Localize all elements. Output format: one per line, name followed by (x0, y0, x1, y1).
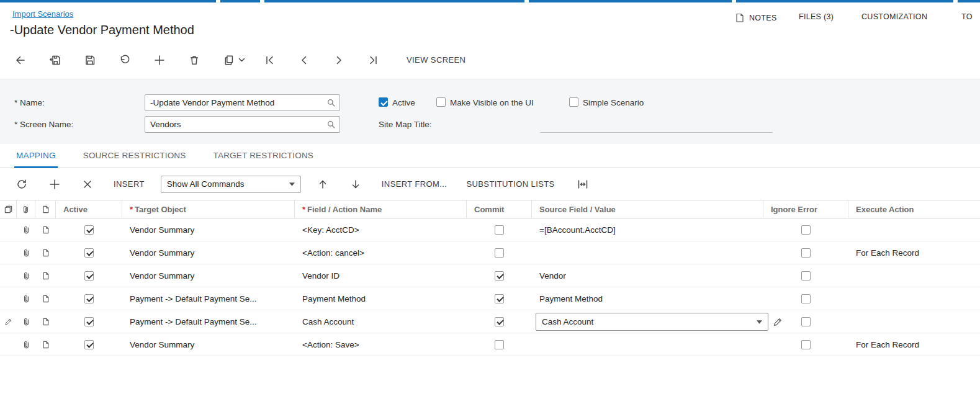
source-field-value-cell[interactable]: =[BAccount.AcctCD] (532, 218, 763, 241)
ignore-error-checkbox[interactable] (801, 340, 811, 349)
column-header-execute-action[interactable]: Execute Action (848, 200, 980, 218)
column-header-ignore-error[interactable]: Ignore Error (763, 200, 848, 218)
fit-to-screen-button[interactable] (576, 177, 590, 191)
notes-cell[interactable] (35, 241, 56, 264)
save-and-close-button[interactable] (48, 53, 62, 67)
ignore-error-checkbox[interactable] (801, 225, 811, 235)
attachments-cell[interactable] (17, 264, 35, 287)
move-row-down-button[interactable] (349, 177, 362, 191)
edit-pencil-icon[interactable] (773, 317, 783, 327)
commit-checkbox[interactable] (495, 248, 504, 258)
attachments-cell[interactable] (17, 287, 35, 310)
next-record-button[interactable] (332, 53, 346, 67)
cash-account-combobox[interactable]: Cash Account (536, 313, 768, 331)
tools-button[interactable]: TO (961, 12, 973, 21)
notes-cell[interactable] (35, 310, 56, 333)
notes-button[interactable]: NOTES (734, 12, 777, 23)
target-object-cell[interactable]: Vendor Summary (122, 264, 295, 287)
cancel-back-button[interactable] (14, 53, 27, 67)
column-header-commit[interactable]: Commit (467, 200, 532, 218)
active-checkbox[interactable] (84, 225, 94, 235)
customization-button[interactable]: CUSTOMIZATION (861, 12, 927, 21)
source-field-value-cell[interactable] (532, 241, 763, 264)
screen-name-input[interactable] (145, 116, 340, 133)
grid-add-row-button[interactable] (48, 177, 61, 191)
execute-action-cell[interactable] (848, 310, 980, 333)
table-row[interactable]: Vendor Summary <Action: Save> For Each R… (0, 333, 980, 356)
simple-scenario-checkbox-label[interactable]: Simple Scenario (583, 98, 644, 107)
notes-column-header[interactable] (35, 200, 56, 218)
execute-action-cell[interactable] (848, 287, 980, 310)
field-action-name-cell[interactable]: <Action: Save> (295, 333, 467, 356)
simple-scenario-checkbox[interactable] (569, 97, 578, 107)
delete-button[interactable] (187, 53, 201, 67)
field-action-name-cell[interactable]: <Key: AcctCD> (295, 218, 467, 241)
execute-action-cell[interactable]: For Each Record (848, 241, 980, 264)
view-screen-button[interactable]: VIEW SCREEN (407, 55, 465, 65)
target-object-cell[interactable]: Vendor Summary (122, 241, 295, 264)
attachments-cell[interactable] (17, 310, 35, 333)
column-header-active[interactable]: Active (56, 200, 122, 218)
execute-action-cell[interactable] (848, 218, 980, 241)
commit-checkbox[interactable] (495, 340, 504, 349)
commit-checkbox[interactable] (495, 317, 504, 326)
table-row[interactable]: Vendor Summary Vendor ID Vendor (0, 264, 980, 287)
column-header-target-object[interactable]: *Target Object (122, 200, 295, 218)
field-action-name-cell[interactable]: <Action: cancel> (295, 241, 467, 264)
breadcrumb[interactable]: Import Scenarios (12, 9, 73, 19)
active-checkbox[interactable] (84, 317, 94, 326)
insert-from-button[interactable]: INSERT FROM... (382, 179, 447, 189)
copy-paste-menu-button[interactable] (238, 58, 245, 62)
make-visible-checkbox[interactable] (436, 97, 446, 107)
ignore-error-checkbox[interactable] (801, 271, 811, 281)
ignore-error-checkbox[interactable] (801, 294, 811, 303)
source-field-value-cell[interactable]: Payment Method (532, 287, 763, 310)
column-header-source-field-value[interactable]: Source Field / Value (532, 200, 763, 218)
attachments-cell[interactable] (17, 218, 35, 241)
notes-cell[interactable] (35, 287, 56, 310)
active-checkbox-label[interactable]: Active (392, 98, 415, 107)
row-selector-column-header[interactable] (0, 200, 17, 218)
commands-dropdown[interactable]: Show All Commands (161, 176, 301, 193)
table-row-selected[interactable]: Payment -> Default Payment Se... Cash Ac… (0, 310, 980, 333)
move-row-up-button[interactable] (316, 177, 330, 191)
target-object-cell[interactable]: Vendor Summary (122, 218, 295, 241)
attachments-cell[interactable] (17, 241, 35, 264)
active-checkbox[interactable] (379, 97, 388, 107)
attachments-column-header[interactable] (17, 200, 35, 218)
execute-action-cell[interactable] (848, 264, 980, 287)
substitution-lists-button[interactable]: SUBSTITUTION LISTS (466, 179, 554, 189)
active-checkbox[interactable] (84, 340, 94, 349)
copy-paste-button[interactable] (222, 53, 236, 67)
grid-delete-row-button[interactable] (81, 177, 94, 191)
add-row-button[interactable] (153, 53, 166, 67)
source-field-value-cell[interactable]: Vendor (532, 264, 763, 287)
source-field-editor[interactable]: Cash Account (536, 313, 783, 331)
table-row[interactable]: Vendor Summary <Action: cancel> For Each… (0, 241, 980, 264)
undo-button[interactable] (118, 53, 132, 67)
notes-cell[interactable] (35, 264, 56, 287)
target-object-cell[interactable]: Payment -> Default Payment Se... (122, 310, 295, 333)
target-object-cell[interactable]: Vendor Summary (122, 333, 295, 356)
name-lookup-icon[interactable] (326, 98, 336, 107)
tab-target-restrictions[interactable]: TARGET RESTRICTIONS (212, 144, 316, 168)
last-record-button[interactable] (367, 53, 380, 67)
tab-source-restrictions[interactable]: SOURCE RESTRICTIONS (81, 144, 188, 168)
previous-record-button[interactable] (297, 53, 311, 67)
field-action-name-cell[interactable]: Vendor ID (295, 264, 467, 287)
source-field-value-cell-editing[interactable]: Cash Account (532, 310, 763, 333)
commit-checkbox[interactable] (495, 225, 504, 235)
make-visible-checkbox-label[interactable]: Make Visible on the UI (450, 98, 534, 107)
notes-cell[interactable] (35, 218, 56, 241)
target-object-cell[interactable]: Payment -> Default Payment Se... (122, 287, 295, 310)
active-checkbox[interactable] (84, 294, 94, 303)
screen-name-lookup-icon[interactable] (326, 120, 336, 129)
commit-checkbox[interactable] (495, 271, 504, 281)
field-action-name-cell[interactable]: Payment Method (295, 287, 467, 310)
combobox-dropdown-icon[interactable] (757, 320, 762, 324)
active-checkbox[interactable] (84, 271, 94, 281)
files-button[interactable]: FILES (3) (799, 12, 834, 21)
field-action-name-cell[interactable]: Cash Account (295, 310, 467, 333)
first-record-button[interactable] (263, 53, 276, 67)
notes-cell[interactable] (35, 333, 56, 356)
